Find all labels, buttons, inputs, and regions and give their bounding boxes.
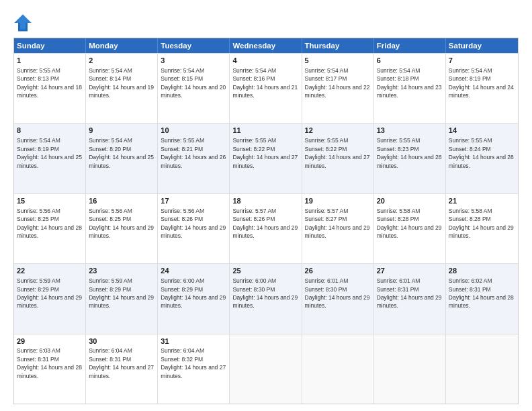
day-number: 21 (449, 196, 515, 206)
svg-marker-1 (14, 14, 31, 29)
day-number: 28 (449, 266, 515, 276)
calendar-cell: 22 Sunrise: 5:59 AMSunset: 8:29 PMDaylig… (14, 264, 86, 333)
cell-info: Sunrise: 5:55 AMSunset: 8:13 PMDaylight:… (17, 67, 82, 99)
cell-info: Sunrise: 5:56 AMSunset: 8:25 PMDaylight:… (17, 208, 82, 239)
calendar-cell: 30 Sunrise: 6:04 AMSunset: 8:31 PMDaylig… (86, 334, 158, 404)
page: SundayMondayTuesdayWednesdayThursdayFrid… (0, 0, 532, 411)
cell-info: Sunrise: 5:54 AMSunset: 8:20 PMDaylight:… (89, 137, 154, 169)
calendar-cell: 21 Sunrise: 5:58 AMSunset: 8:28 PMDaylig… (446, 194, 518, 263)
cell-info: Sunrise: 5:54 AMSunset: 8:19 PMDaylight:… (449, 67, 514, 99)
day-number: 25 (232, 266, 298, 276)
cell-info: Sunrise: 6:00 AMSunset: 8:29 PMDaylight:… (161, 277, 226, 309)
day-number: 6 (377, 56, 443, 66)
calendar-header-thursday: Thursday (302, 38, 374, 53)
calendar-cell: 3 Sunrise: 5:54 AMSunset: 8:15 PMDayligh… (158, 54, 230, 123)
cell-info: Sunrise: 6:03 AMSunset: 8:31 PMDaylight:… (17, 347, 82, 379)
day-number: 10 (161, 126, 226, 136)
calendar-cell: 13 Sunrise: 5:55 AMSunset: 8:23 PMDaylig… (374, 124, 446, 193)
calendar-cell: 25 Sunrise: 6:00 AMSunset: 8:30 PMDaylig… (230, 264, 302, 333)
header (13, 11, 519, 32)
calendar-header-tuesday: Tuesday (158, 38, 230, 53)
calendar-cell: 31 Sunrise: 6:04 AMSunset: 8:32 PMDaylig… (158, 334, 230, 404)
day-number: 3 (161, 56, 226, 66)
cell-info: Sunrise: 5:55 AMSunset: 8:23 PMDaylight:… (377, 137, 442, 169)
cell-info: Sunrise: 6:01 AMSunset: 8:31 PMDaylight:… (377, 277, 442, 309)
day-number: 22 (17, 266, 83, 276)
day-number: 18 (232, 196, 298, 206)
cell-info: Sunrise: 5:54 AMSunset: 8:17 PMDaylight:… (305, 67, 370, 99)
day-number: 1 (17, 56, 83, 66)
day-number: 9 (89, 126, 154, 136)
day-number: 27 (377, 266, 443, 276)
day-number: 24 (161, 266, 226, 276)
calendar-cell: 29 Sunrise: 6:03 AMSunset: 8:31 PMDaylig… (14, 334, 86, 404)
day-number: 16 (89, 196, 154, 206)
cell-info: Sunrise: 5:58 AMSunset: 8:28 PMDaylight:… (377, 208, 442, 239)
calendar-cell: 15 Sunrise: 5:56 AMSunset: 8:25 PMDaylig… (14, 194, 86, 263)
calendar-cell: 6 Sunrise: 5:54 AMSunset: 8:18 PMDayligh… (374, 54, 446, 123)
calendar-header-saturday: Saturday (446, 38, 518, 53)
cell-info: Sunrise: 5:58 AMSunset: 8:28 PMDaylight:… (449, 208, 514, 239)
calendar-header-wednesday: Wednesday (230, 38, 302, 53)
calendar-cell (446, 334, 518, 404)
cell-info: Sunrise: 6:04 AMSunset: 8:32 PMDaylight:… (161, 347, 226, 379)
calendar-cell: 20 Sunrise: 5:58 AMSunset: 8:28 PMDaylig… (374, 194, 446, 263)
cell-info: Sunrise: 5:55 AMSunset: 8:24 PMDaylight:… (449, 137, 514, 169)
day-number: 7 (449, 56, 515, 66)
calendar-cell: 8 Sunrise: 5:54 AMSunset: 8:19 PMDayligh… (14, 124, 86, 193)
calendar-cell: 27 Sunrise: 6:01 AMSunset: 8:31 PMDaylig… (374, 264, 446, 333)
cell-info: Sunrise: 6:04 AMSunset: 8:31 PMDaylight:… (89, 347, 154, 379)
day-number: 29 (17, 336, 83, 347)
calendar-cell: 19 Sunrise: 5:57 AMSunset: 8:27 PMDaylig… (302, 194, 374, 263)
calendar-header-friday: Friday (374, 38, 446, 53)
cell-info: Sunrise: 5:55 AMSunset: 8:22 PMDaylight:… (232, 137, 298, 169)
calendar-week-2: 8 Sunrise: 5:54 AMSunset: 8:19 PMDayligh… (14, 123, 518, 193)
day-number: 12 (305, 126, 371, 136)
day-number: 11 (232, 126, 298, 136)
calendar-cell: 16 Sunrise: 5:56 AMSunset: 8:25 PMDaylig… (86, 194, 158, 263)
calendar-cell: 11 Sunrise: 5:55 AMSunset: 8:22 PMDaylig… (230, 124, 302, 193)
calendar-header-monday: Monday (86, 38, 158, 53)
day-number: 4 (232, 56, 298, 66)
calendar-week-5: 29 Sunrise: 6:03 AMSunset: 8:31 PMDaylig… (14, 334, 518, 404)
calendar-header: SundayMondayTuesdayWednesdayThursdayFrid… (14, 38, 518, 53)
calendar-week-4: 22 Sunrise: 5:59 AMSunset: 8:29 PMDaylig… (14, 263, 518, 333)
day-number: 31 (161, 336, 226, 347)
calendar-cell: 17 Sunrise: 5:56 AMSunset: 8:26 PMDaylig… (158, 194, 230, 263)
cell-info: Sunrise: 5:59 AMSunset: 8:29 PMDaylight:… (89, 277, 154, 309)
day-number: 23 (89, 266, 154, 276)
cell-info: Sunrise: 5:54 AMSunset: 8:16 PMDaylight:… (232, 67, 298, 99)
day-number: 26 (305, 266, 371, 276)
day-number: 20 (377, 196, 443, 206)
cell-info: Sunrise: 6:01 AMSunset: 8:30 PMDaylight:… (305, 277, 370, 309)
day-number: 17 (161, 196, 226, 206)
calendar-cell: 10 Sunrise: 5:55 AMSunset: 8:21 PMDaylig… (158, 124, 230, 193)
day-number: 19 (305, 196, 371, 206)
calendar-cell: 26 Sunrise: 6:01 AMSunset: 8:30 PMDaylig… (302, 264, 374, 333)
day-number: 5 (305, 56, 371, 66)
cell-info: Sunrise: 5:59 AMSunset: 8:29 PMDaylight:… (17, 277, 82, 309)
calendar-cell (230, 334, 302, 404)
day-number: 14 (449, 126, 515, 136)
calendar-header-sunday: Sunday (14, 38, 86, 53)
calendar-cell: 23 Sunrise: 5:59 AMSunset: 8:29 PMDaylig… (86, 264, 158, 333)
logo (13, 13, 34, 32)
day-number: 13 (377, 126, 443, 136)
day-number: 2 (89, 56, 154, 66)
cell-info: Sunrise: 5:56 AMSunset: 8:25 PMDaylight:… (89, 208, 154, 239)
cell-info: Sunrise: 5:54 AMSunset: 8:15 PMDaylight:… (161, 67, 226, 99)
calendar-cell (302, 334, 374, 404)
cell-info: Sunrise: 5:54 AMSunset: 8:14 PMDaylight:… (89, 67, 154, 99)
cell-info: Sunrise: 5:55 AMSunset: 8:22 PMDaylight:… (305, 137, 370, 169)
cell-info: Sunrise: 5:57 AMSunset: 8:27 PMDaylight:… (305, 208, 370, 239)
calendar-body: 1 Sunrise: 5:55 AMSunset: 8:13 PMDayligh… (14, 53, 518, 404)
calendar-week-3: 15 Sunrise: 5:56 AMSunset: 8:25 PMDaylig… (14, 193, 518, 263)
cell-info: Sunrise: 5:56 AMSunset: 8:26 PMDaylight:… (161, 208, 226, 239)
calendar-cell: 1 Sunrise: 5:55 AMSunset: 8:13 PMDayligh… (14, 54, 86, 123)
calendar-cell: 5 Sunrise: 5:54 AMSunset: 8:17 PMDayligh… (302, 54, 374, 123)
cell-info: Sunrise: 6:00 AMSunset: 8:30 PMDaylight:… (232, 277, 298, 309)
calendar-cell: 24 Sunrise: 6:00 AMSunset: 8:29 PMDaylig… (158, 264, 230, 333)
day-number: 8 (17, 126, 83, 136)
calendar-cell: 4 Sunrise: 5:54 AMSunset: 8:16 PMDayligh… (230, 54, 302, 123)
cell-info: Sunrise: 6:02 AMSunset: 8:31 PMDaylight:… (449, 277, 514, 309)
